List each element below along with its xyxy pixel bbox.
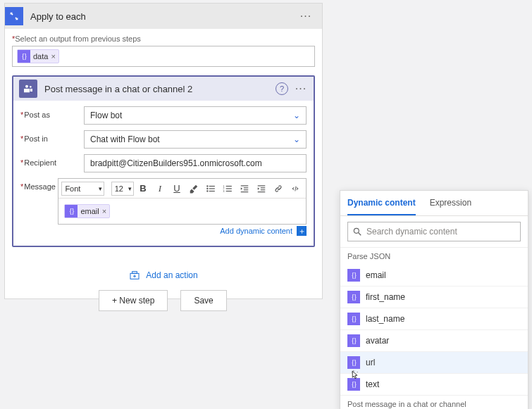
token-remove[interactable]: × [102, 207, 106, 215]
svg-rect-10 [226, 190, 232, 191]
svg-line-27 [359, 233, 361, 236]
font-size-select[interactable]: 12 [111, 182, 134, 196]
svg-point-0 [25, 85, 28, 88]
post-message-title: Post message in a chat or channel 2 [44, 84, 276, 94]
dyn-item-text[interactable]: text [340, 374, 528, 396]
token-email[interactable]: email × [64, 204, 110, 218]
svg-rect-20 [261, 189, 265, 190]
post-message-body: *Post as Flow bot ⌄ *Post in Chat with F… [13, 101, 314, 246]
svg-rect-5 [209, 185, 215, 186]
apply-to-each-card: Apply to each ··· *Select an output from… [4, 3, 323, 299]
chevron-down-icon: ⌄ [293, 111, 300, 120]
dynamic-value-icon [347, 378, 360, 391]
highlight-button[interactable] [186, 181, 202, 196]
code-view-button[interactable] [287, 181, 303, 196]
font-family-select[interactable]: Font [61, 182, 104, 196]
link-button[interactable] [271, 181, 286, 196]
field-post-as: *Post as Flow bot ⌄ [20, 106, 307, 125]
apply-to-each-header[interactable]: Apply to each ··· [5, 4, 322, 29]
dynamic-content-list[interactable]: Parse JSON email first_name last_name av… [340, 248, 528, 409]
dynamic-value-icon [347, 269, 360, 282]
dynamic-section-title: Parse JSON [340, 248, 528, 265]
apply-to-each-more-menu[interactable]: ··· [297, 10, 315, 23]
token-label: data [33, 52, 48, 61]
post-message-header[interactable]: Post message in a chat or channel 2 ? ··… [13, 77, 314, 101]
bullet-list-button[interactable] [203, 181, 218, 196]
dyn-item-email[interactable]: email [340, 265, 528, 287]
add-action-row: Add an action [12, 247, 315, 289]
add-dynamic-content-link[interactable]: Add dynamic content ＋ [220, 226, 307, 236]
token-label: email [80, 207, 99, 215]
svg-rect-7 [209, 190, 215, 191]
italic-button[interactable]: I [152, 181, 168, 196]
number-list-button[interactable]: 123 [220, 181, 235, 196]
svg-rect-8 [226, 185, 232, 186]
rte-toolbar: Font 12 B I U 123 [58, 179, 306, 199]
svg-rect-9 [226, 188, 232, 189]
dynamic-search-input[interactable]: Search dynamic content [347, 222, 521, 241]
svg-rect-21 [258, 191, 266, 192]
select-output-input[interactable]: data × [12, 46, 315, 67]
svg-point-4 [206, 190, 208, 191]
message-editor: Font 12 B I U 123 [58, 178, 307, 225]
bottom-buttons: + New step Save [99, 290, 227, 311]
post-message-card: Post message in a chat or channel 2 ? ··… [12, 75, 315, 247]
dynamic-tabs: Dynamic content Expression [340, 191, 528, 216]
field-post-in: *Post in Chat with Flow bot ⌄ [20, 130, 307, 149]
field-message: *Message Font 12 B I U [20, 178, 307, 236]
add-action-link[interactable]: Add an action [129, 270, 197, 281]
svg-point-2 [206, 185, 208, 187]
token-remove[interactable]: × [51, 52, 55, 61]
indent-button[interactable] [254, 181, 269, 196]
teams-icon [19, 80, 37, 98]
dynamic-value-icon [347, 356, 360, 369]
dyn-item-first-name[interactable]: first_name [340, 287, 528, 308]
post-message-more-menu[interactable]: ··· [294, 82, 308, 95]
save-button[interactable]: Save [180, 290, 226, 311]
dyn-item-last-name[interactable]: last_name [340, 308, 528, 330]
search-icon [352, 227, 362, 237]
outdent-button[interactable] [237, 181, 252, 196]
tab-expression[interactable]: Expression [430, 191, 471, 215]
svg-point-3 [206, 187, 208, 189]
post-as-select[interactable]: Flow bot ⌄ [84, 106, 307, 125]
svg-rect-18 [258, 185, 266, 186]
recipient-input[interactable]: bradpitt@CitizenBuilders951.onmicrosoft.… [84, 154, 307, 172]
dynamic-value-icon [347, 313, 360, 325]
dynamic-section-title-2: Post message in a chat or channel [340, 396, 528, 409]
svg-point-1 [30, 86, 32, 88]
loop-icon [5, 7, 23, 25]
tab-dynamic-content[interactable]: Dynamic content [347, 191, 416, 215]
dyn-item-url[interactable]: url [340, 352, 528, 374]
svg-rect-19 [261, 187, 265, 188]
dynamic-value-icon [347, 291, 360, 303]
chevron-down-icon: ⌄ [293, 134, 300, 144]
svg-point-26 [354, 228, 359, 233]
help-icon[interactable]: ? [276, 82, 288, 95]
add-dynamic-row: Add dynamic content ＋ [58, 225, 307, 236]
select-output-label: *Select an output from previous steps [12, 34, 315, 43]
svg-rect-6 [209, 188, 215, 189]
bold-button[interactable]: B [135, 181, 151, 196]
dynamic-search-wrap: Search dynamic content [340, 216, 528, 248]
svg-text:3: 3 [223, 189, 225, 192]
svg-rect-14 [241, 185, 249, 186]
svg-rect-16 [244, 189, 248, 190]
dynamic-content-panel: Dynamic content Expression Search dynami… [340, 190, 528, 409]
token-data[interactable]: data × [17, 49, 59, 63]
message-input[interactable]: email × [58, 199, 306, 224]
svg-rect-15 [244, 187, 248, 188]
dynamic-value-icon [65, 205, 78, 218]
dynamic-value-icon [18, 50, 30, 63]
apply-to-each-title: Apply to each [30, 11, 297, 22]
new-step-button[interactable]: + New step [99, 290, 168, 311]
add-action-icon [129, 270, 140, 281]
underline-button[interactable]: U [169, 181, 185, 196]
post-in-select[interactable]: Chat with Flow bot ⌄ [84, 130, 307, 149]
svg-rect-23 [132, 272, 137, 274]
svg-rect-17 [241, 191, 249, 192]
apply-to-each-body: *Select an output from previous steps da… [5, 29, 322, 298]
dynamic-value-icon [347, 334, 360, 347]
field-recipient: *Recipient bradpitt@CitizenBuilders951.o… [20, 154, 307, 172]
dyn-item-avatar[interactable]: avatar [340, 330, 528, 352]
